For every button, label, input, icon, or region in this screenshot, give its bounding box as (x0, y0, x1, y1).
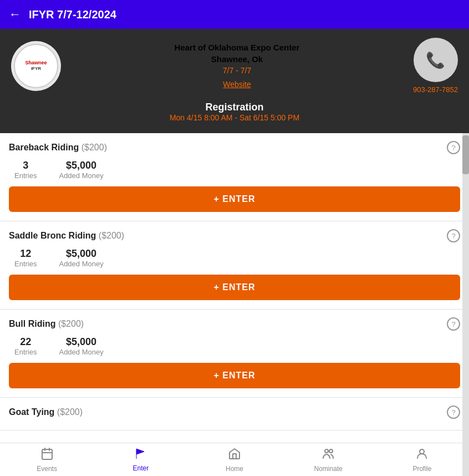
nav-label-home: Home (226, 465, 243, 473)
event-entry-bull-riding: Bull Riding ($200) ? 22 Entries $5,000 A… (0, 310, 469, 398)
event-title-saddle-bronc: Saddle Bronc Riding ($200) (9, 231, 124, 241)
phone-column: 📞 903-287-7852 (413, 38, 458, 94)
event-title-goat-tying: Goat Tying ($200) (9, 407, 83, 417)
nav-item-home[interactable]: Home (187, 443, 281, 476)
phone-number: 903-287-7852 (413, 85, 458, 94)
money-stat-bareback: $5,000 Added Money (59, 160, 103, 180)
enter-button-bareback[interactable]: + ENTER (9, 186, 460, 212)
event-title-bull-riding: Bull Riding ($200) (9, 319, 84, 329)
entries-stat-bareback: 3 Entries (14, 160, 37, 180)
venue-name: Heart of Oklahoma Expo Center (72, 43, 402, 52)
money-stat-bull-riding: $5,000 Added Money (59, 336, 103, 356)
money-stat-saddle-bronc: $5,000 Added Money (59, 248, 103, 268)
entries-count-bull-riding: 22 (14, 336, 37, 348)
event-entry-saddle-bronc: Saddle Bronc Riding ($200) ? 12 Entries … (0, 221, 469, 310)
person-icon (415, 447, 429, 464)
event-banner: Shawnee IFYR Heart of Oklahoma Expo Cent… (0, 29, 469, 133)
flag-icon (134, 447, 147, 463)
info-icon-saddle-bronc[interactable]: ? (447, 229, 460, 242)
money-label-saddle-bronc: Added Money (59, 260, 103, 268)
phone-icon: 📞 (426, 51, 445, 69)
home-icon (228, 447, 241, 464)
entries-stat-saddle-bronc: 12 Entries (14, 248, 37, 268)
nav-label-events: Events (37, 465, 57, 473)
entries-label-bareback: Entries (14, 171, 37, 180)
registration-label: Registration (11, 102, 458, 113)
entries-count-saddle-bronc: 12 (14, 248, 37, 260)
people-icon (322, 447, 335, 464)
entries-stat-bull-riding: 22 Entries (14, 336, 37, 356)
entry-stats-saddle-bronc: 12 Entries $5,000 Added Money (9, 248, 460, 268)
money-label-bull-riding: Added Money (59, 348, 103, 356)
event-entry-bareback: Bareback Riding ($200) ? 3 Entries $5,00… (0, 133, 469, 221)
entries-count-bareback: 3 (14, 160, 37, 171)
website-link[interactable]: Website (223, 80, 251, 89)
bottom-navigation: Events Enter Home Nominate (0, 443, 469, 476)
nav-item-profile[interactable]: Profile (375, 443, 469, 476)
event-logo: Shawnee IFYR (11, 41, 61, 91)
money-label-bareback: Added Money (59, 171, 103, 180)
entry-stats-bareback: 3 Entries $5,000 Added Money (9, 160, 460, 180)
enter-button-saddle-bronc[interactable]: + ENTER (9, 275, 460, 300)
back-button[interactable]: ← (9, 7, 21, 22)
event-center-info: Heart of Oklahoma Expo Center Shawnee, O… (72, 43, 402, 89)
nav-label-nominate: Nominate (314, 465, 343, 473)
money-value-bareback: $5,000 (59, 160, 103, 171)
info-icon-bull-riding[interactable]: ? (447, 317, 460, 331)
enter-button-bull-riding[interactable]: + ENTER (9, 363, 460, 388)
svg-point-5 (329, 449, 333, 453)
svg-point-6 (420, 449, 424, 454)
nav-label-enter: Enter (132, 464, 149, 472)
money-value-bull-riding: $5,000 (59, 336, 103, 348)
registration-section: Registration Mon 4/15 8:00 AM - Sat 6/15… (11, 102, 458, 122)
info-icon-bareback[interactable]: ? (447, 141, 460, 154)
svg-rect-0 (42, 449, 52, 459)
registration-dates: Mon 4/15 8:00 AM - Sat 6/15 5:00 PM (11, 113, 458, 122)
nav-item-events[interactable]: Events (0, 443, 94, 476)
phone-button[interactable]: 📞 (414, 38, 458, 82)
entry-stats-bull-riding: 22 Entries $5,000 Added Money (9, 336, 460, 356)
app-header: ← IFYR 7/7-12/2024 (0, 0, 469, 29)
nav-item-enter[interactable]: Enter (94, 443, 187, 476)
scrollbar-track[interactable] (462, 133, 469, 476)
event-entry-goat-tying: Goat Tying ($200) ? (0, 398, 469, 431)
money-value-saddle-bronc: $5,000 (59, 248, 103, 260)
entries-label-bull-riding: Entries (14, 348, 37, 356)
scrollbar-thumb[interactable] (462, 135, 469, 174)
svg-point-4 (325, 449, 328, 453)
nav-item-nominate[interactable]: Nominate (282, 443, 375, 476)
event-dates: 7/7 - 7/7 (72, 66, 402, 75)
main-content: Bareback Riding ($200) ? 3 Entries $5,00… (0, 133, 469, 464)
entries-label-saddle-bronc: Entries (14, 260, 37, 268)
venue-city: Shawnee, Ok (72, 54, 402, 64)
nav-label-profile: Profile (412, 465, 431, 473)
page-title: IFYR 7/7-12/2024 (29, 8, 116, 21)
event-title-bareback: Bareback Riding ($200) (9, 143, 107, 153)
info-icon-goat-tying[interactable]: ? (447, 406, 460, 419)
calendar-icon (40, 447, 54, 464)
